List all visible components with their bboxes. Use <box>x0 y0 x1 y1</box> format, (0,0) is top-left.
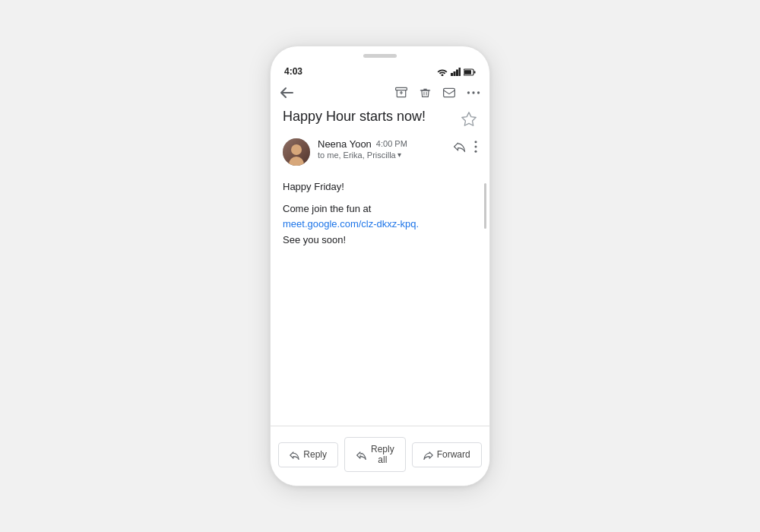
star-icon[interactable] <box>461 109 477 128</box>
svg-point-11 <box>477 92 480 94</box>
reply-all-button[interactable]: Reply all <box>344 437 406 472</box>
svg-rect-3 <box>459 68 461 76</box>
forward-button[interactable]: Forward <box>412 442 482 467</box>
signal-icon <box>451 67 461 77</box>
reply-all-label: Reply all <box>371 444 394 465</box>
svg-rect-1 <box>454 71 456 76</box>
email-greeting: Happy Friday! <box>283 179 477 195</box>
email-body: Happy Friday! Come join the fun at meet.… <box>271 170 489 426</box>
bottom-actions: Reply Reply all Forward <box>271 426 489 486</box>
svg-point-9 <box>467 92 470 94</box>
svg-rect-2 <box>456 70 458 77</box>
svg-rect-7 <box>396 87 407 90</box>
forward-label: Forward <box>437 449 470 460</box>
reply-label: Reply <box>303 449 327 460</box>
phone-content: 4:03 <box>271 46 489 486</box>
reply-small-icon[interactable] <box>453 140 467 154</box>
svg-rect-0 <box>451 73 453 76</box>
sender-row-actions <box>453 140 477 154</box>
more-vertical-icon[interactable] <box>474 140 477 154</box>
body-line3: See you soon! <box>283 234 346 245</box>
forward-icon <box>423 449 433 461</box>
svg-point-13 <box>474 146 477 148</box>
svg-point-10 <box>472 92 474 94</box>
email-body-text: Come join the fun at meet.google.com/clz… <box>283 201 477 249</box>
svg-rect-5 <box>464 70 471 74</box>
status-icons <box>437 67 476 77</box>
svg-point-12 <box>474 141 477 144</box>
sender-info: Neena Yoon 4:00 PM to me, Erika, Priscil… <box>318 138 445 160</box>
status-time: 4:03 <box>284 66 302 77</box>
phone-speaker <box>363 54 397 58</box>
archive-icon[interactable] <box>394 85 408 100</box>
svg-point-14 <box>474 150 477 153</box>
sender-name-row: Neena Yoon 4:00 PM <box>318 138 445 150</box>
sender-to-row: to me, Erika, Priscilla ▾ <box>318 150 445 160</box>
phone-frame: 4:03 <box>270 46 490 486</box>
svg-rect-6 <box>474 71 476 74</box>
toolbar-actions <box>394 85 480 100</box>
status-bar: 4:03 <box>271 62 489 80</box>
body-line2: Come join the fun at <box>283 203 371 214</box>
more-icon[interactable] <box>467 85 480 99</box>
reply-button[interactable]: Reply <box>278 442 338 467</box>
sender-time: 4:00 PM <box>376 139 407 148</box>
battery-icon <box>464 67 476 76</box>
avatar <box>283 138 310 166</box>
back-button[interactable] <box>280 84 293 100</box>
svg-rect-8 <box>444 89 455 97</box>
sender-to-text: to me, Erika, Priscilla <box>318 150 396 160</box>
email-subject: Happy Hour starts now! <box>283 108 461 125</box>
delete-icon[interactable] <box>419 85 432 100</box>
reply-icon <box>290 449 299 461</box>
wifi-icon <box>437 67 448 77</box>
chevron-down-icon[interactable]: ▾ <box>397 150 401 159</box>
reply-all-icon <box>356 449 367 461</box>
toolbar <box>271 80 489 105</box>
sender-name: Neena Yoon <box>318 138 372 150</box>
scrollbar[interactable] <box>484 183 486 229</box>
label-icon[interactable] <box>442 85 456 99</box>
sender-row: Neena Yoon 4:00 PM to me, Erika, Priscil… <box>271 134 489 170</box>
avatar-face <box>283 138 310 166</box>
email-subject-row: Happy Hour starts now! <box>271 105 489 134</box>
meet-link[interactable]: meet.google.com/clz-dkxz-kpq. <box>283 218 419 230</box>
